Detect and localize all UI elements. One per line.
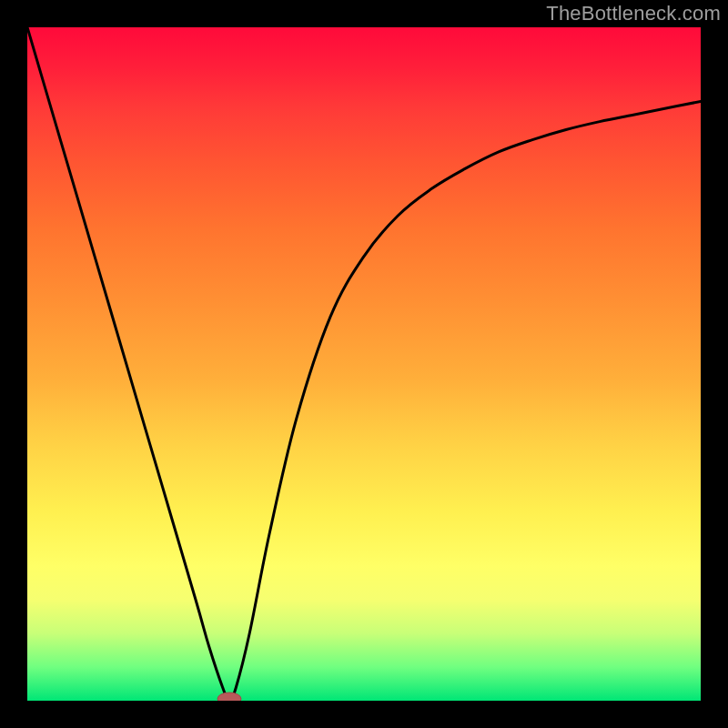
- watermark-text: TheBottleneck.com: [546, 2, 721, 25]
- chart-frame: TheBottleneck.com: [0, 0, 728, 728]
- bottleneck-curve-svg: [27, 27, 701, 701]
- minimum-marker: [217, 693, 241, 701]
- bottleneck-curve-path: [27, 27, 701, 701]
- plot-area: [27, 27, 701, 701]
